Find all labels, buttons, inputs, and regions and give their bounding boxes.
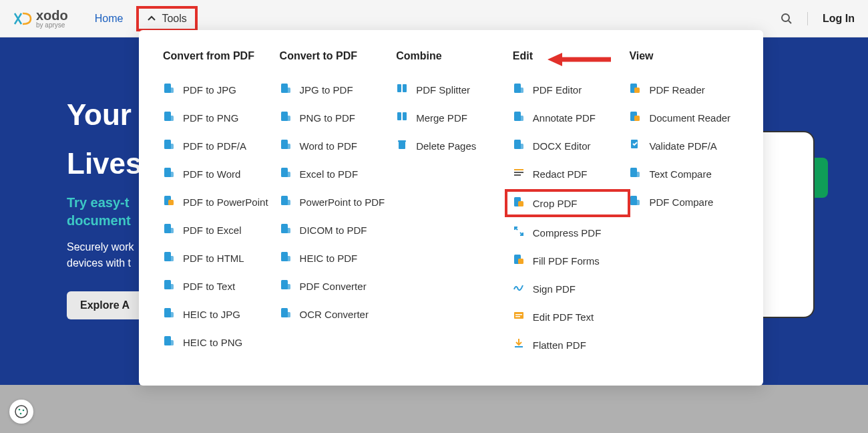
logo[interactable]: xodo by apryse [13, 9, 68, 29]
file-blue-icon [280, 82, 292, 97]
menu-item-label: PDF to Excel [183, 225, 242, 236]
nav: Home Tools [95, 6, 198, 31]
menu-item-document-reader[interactable]: Document Reader [629, 104, 739, 132]
menu-item-pdf-to-powerpoint[interactable]: PDF to PowerPoint [163, 188, 273, 216]
svg-rect-15 [168, 256, 174, 261]
svg-rect-21 [168, 340, 174, 345]
menu-item-label: Delete Pages [416, 140, 476, 152]
menu-item-pdf-converter[interactable]: PDF Converter [280, 272, 390, 300]
file-blue-icon [163, 223, 175, 237]
menu-item-validate-pdf-a[interactable]: Validate PDF/A [629, 132, 739, 160]
menu-item-dicom-to-pdf[interactable]: DICOM to PDF [280, 216, 390, 244]
menu-item-pdf-to-pdf-a[interactable]: PDF to PDF/A [163, 132, 273, 160]
svg-rect-17 [168, 284, 174, 289]
menu-item-compress-pdf[interactable]: Compress PDF [513, 219, 623, 247]
menu-item-pdf-reader[interactable]: PDF Reader [629, 76, 739, 104]
file-blue-icon [163, 166, 175, 181]
menu-item-label: Edit PDF Text [533, 311, 594, 323]
menu-item-pdf-compare[interactable]: PDF Compare [629, 188, 739, 216]
menu-item-pdf-to-word[interactable]: PDF to Word [163, 160, 273, 188]
file-blue-icon [163, 335, 175, 349]
svg-point-0 [782, 14, 789, 21]
nav-home[interactable]: Home [95, 13, 124, 25]
col-title: View [629, 50, 739, 62]
menu-item-merge-pdf[interactable]: Merge PDF [396, 104, 506, 132]
sign-blue-icon [513, 281, 525, 296]
svg-rect-59 [514, 312, 523, 319]
menu-item-edit-pdf-text[interactable]: Edit PDF Text [513, 303, 623, 331]
search-icon[interactable] [781, 13, 793, 25]
menu-item-label: PDF Splitter [416, 84, 470, 96]
menu-item-pdf-to-text[interactable]: PDF to Text [163, 272, 273, 300]
menu-item-label: PDF Converter [300, 281, 367, 292]
menu-item-label: PDF to Word [183, 168, 240, 180]
file-blue-icon [280, 307, 292, 321]
svg-rect-23 [285, 88, 290, 93]
menu-item-docx-editor[interactable]: DOCX Editor [513, 132, 623, 160]
svg-rect-49 [518, 116, 523, 121]
nav-tools-label: Tools [162, 13, 186, 25]
file-blue-icon [163, 82, 175, 97]
menu-item-label: PDF to PDF/A [183, 140, 246, 152]
svg-marker-73 [548, 53, 562, 66]
redact-lines-icon [513, 166, 525, 181]
file-blue-icon [163, 279, 175, 293]
svg-rect-25 [285, 116, 290, 121]
svg-rect-19 [168, 312, 174, 317]
file-blue-icon [280, 166, 292, 181]
menu-item-excel-to-pdf[interactable]: Excel to PDF [280, 160, 390, 188]
col-convert-from: Convert from PDF PDF to JPGPDF to PNGPDF… [163, 50, 273, 359]
annotation-arrow-icon [548, 49, 614, 69]
menu-item-pdf-editor[interactable]: PDF Editor [513, 76, 623, 104]
menu-item-heic-to-png[interactable]: HEIC to PNG [163, 328, 273, 356]
menu-item-heic-to-jpg[interactable]: HEIC to JPG [163, 300, 273, 328]
menu-item-delete-pages[interactable]: Delete Pages [396, 132, 506, 160]
explore-button[interactable]: Explore A [67, 291, 143, 319]
menu-item-pdf-splitter[interactable]: PDF Splitter [396, 76, 506, 104]
menu-item-ocr-converter[interactable]: OCR Converter [280, 300, 390, 328]
menu-item-flatten-pdf[interactable]: Flatten PDF [513, 331, 623, 359]
svg-rect-29 [285, 172, 290, 177]
menu-item-label: PDF Compare [649, 196, 713, 208]
menu-item-label: Flatten PDF [533, 339, 586, 351]
brand-byline: by apryse [36, 22, 68, 29]
hero-desc-2: devices with t [67, 257, 131, 269]
svg-point-74 [15, 406, 27, 418]
svg-line-1 [789, 21, 791, 23]
col-title: Convert to PDF [280, 50, 390, 62]
menu-item-label: Word to PDF [300, 140, 357, 152]
menu-item-label: HEIC to JPG [183, 309, 240, 320]
file-blue-icon [280, 279, 292, 293]
menu-item-pdf-to-html[interactable]: PDF to HTML [163, 244, 273, 272]
logo-text: xodo by apryse [36, 9, 68, 29]
file-blue-icon [163, 307, 175, 321]
menu-item-label: PDF Editor [533, 84, 582, 96]
compress-icon [513, 225, 525, 240]
file-blue-icon [163, 138, 175, 153]
cookie-button[interactable] [9, 400, 33, 424]
tools-dropdown: Convert from PDF PDF to JPGPDF to PNGPDF… [139, 30, 763, 386]
reader-orange-icon [629, 110, 641, 125]
menu-item-word-to-pdf[interactable]: Word to PDF [280, 132, 390, 160]
menu-item-fill-pdf-forms[interactable]: Fill PDF Forms [513, 247, 623, 275]
menu-item-sign-pdf[interactable]: Sign PDF [513, 275, 623, 303]
menu-item-png-to-pdf[interactable]: PNG to PDF [280, 104, 390, 132]
menu-item-redact-pdf[interactable]: Redact PDF [513, 160, 623, 188]
menu-item-heic-to-pdf[interactable]: HEIC to PDF [280, 244, 390, 272]
login-button[interactable]: Log In [823, 13, 855, 25]
menu-item-label: Text Compare [649, 168, 711, 180]
svg-rect-56 [518, 201, 523, 206]
menu-item-label: PDF to JPG [183, 84, 236, 96]
menu-item-pdf-to-png[interactable]: PDF to PNG [163, 104, 273, 132]
menu-item-pdf-to-excel[interactable]: PDF to Excel [163, 216, 273, 244]
menu-item-text-compare[interactable]: Text Compare [629, 160, 739, 188]
validate-icon [629, 138, 641, 153]
menu-item-annotate-pdf[interactable]: Annotate PDF [513, 104, 623, 132]
menu-item-pdf-to-jpg[interactable]: PDF to JPG [163, 76, 273, 104]
menu-item-powerpoint-to-pdf[interactable]: PowerPoint to PDF [280, 188, 390, 216]
nav-tools-button[interactable]: Tools [136, 6, 197, 31]
trash-blue-icon [396, 138, 408, 153]
menu-item-jpg-to-pdf[interactable]: JPG to PDF [280, 76, 390, 104]
menu-item-crop-pdf[interactable]: Crop PDF [513, 196, 623, 210]
menu-item-label: Sign PDF [533, 283, 576, 295]
